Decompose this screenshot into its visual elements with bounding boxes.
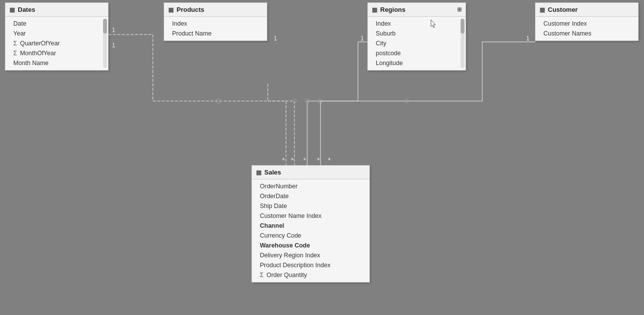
list-item: Month Name xyxy=(5,58,108,68)
svg-text:1: 1 xyxy=(112,42,115,49)
list-item: Customer Name Index xyxy=(252,211,369,221)
list-item: OrderNumber xyxy=(252,181,369,191)
svg-text:*: * xyxy=(282,156,285,164)
products-table-header: ▦ Products xyxy=(164,3,267,17)
sales-table: ▦ Sales OrderNumber OrderDate Ship Date … xyxy=(251,165,370,282)
dates-scrollbar[interactable] xyxy=(103,19,107,68)
dates-table: ▦ Dates Date Year QuarterOfYear MonthOfY… xyxy=(5,2,108,70)
list-item: MonthOfYear xyxy=(5,48,108,58)
svg-text:*: * xyxy=(328,156,331,164)
products-table-title: Products xyxy=(177,6,204,13)
list-item: Year xyxy=(5,29,108,38)
list-item: Customer Index xyxy=(536,19,638,29)
list-item: Suburb xyxy=(368,29,465,38)
sales-table-title: Sales xyxy=(264,169,281,176)
customer-table: ▦ Customer Customer Index Customer Names xyxy=(535,2,639,41)
regions-table-title: Regions xyxy=(380,6,405,13)
list-item: Order Quantity xyxy=(252,270,369,280)
list-item: Product Name xyxy=(164,29,267,38)
svg-point-19 xyxy=(305,99,309,103)
list-item: Index xyxy=(368,19,465,29)
regions-table: ▦ Regions ⊞ Index Suburb City postcode L… xyxy=(367,2,466,70)
dates-table-title: Dates xyxy=(18,6,35,13)
products-table-icon: ▦ xyxy=(168,6,174,13)
sales-table-header: ▦ Sales xyxy=(252,166,369,179)
svg-marker-7 xyxy=(215,99,222,104)
list-item: Ship Date xyxy=(252,201,369,211)
diagram-canvas: 1 1 * * 1 1 * 1 * * xyxy=(0,0,644,315)
list-item: QuarterOfYear xyxy=(5,38,108,48)
svg-point-27 xyxy=(405,99,409,103)
list-item: City xyxy=(368,38,465,48)
regions-scrollbar-thumb[interactable] xyxy=(461,19,465,34)
products-table-body: Index Product Name xyxy=(164,17,267,40)
sales-table-body: OrderNumber OrderDate Ship Date Customer… xyxy=(252,179,369,282)
list-item: postcode xyxy=(368,48,465,58)
dates-table-body: Date Year QuarterOfYear MonthOfYear Mont… xyxy=(5,17,108,70)
list-item: Longitude xyxy=(368,58,465,68)
regions-expand-icon[interactable]: ⊞ xyxy=(457,6,462,13)
list-item: Channel xyxy=(252,221,369,231)
customer-table-icon: ▦ xyxy=(539,6,545,13)
dates-table-header: ▦ Dates xyxy=(5,3,108,17)
list-item: Product Description Index xyxy=(252,260,369,270)
svg-point-20 xyxy=(319,99,322,103)
dates-table-icon: ▦ xyxy=(9,6,15,13)
regions-scrollbar[interactable] xyxy=(461,19,465,68)
list-item: Warehouse Code xyxy=(252,241,369,250)
svg-text:1: 1 xyxy=(526,35,530,42)
list-item: Currency Code xyxy=(252,231,369,241)
list-item: Index xyxy=(164,19,267,29)
regions-table-icon: ▦ xyxy=(372,6,377,13)
svg-text:*: * xyxy=(317,156,320,164)
customer-table-header: ▦ Customer xyxy=(536,3,638,17)
products-table: ▦ Products Index Product Name xyxy=(164,2,267,41)
customer-table-title: Customer xyxy=(548,6,578,13)
customer-table-body: Customer Index Customer Names xyxy=(536,17,638,40)
list-item: Date xyxy=(5,19,108,29)
list-item: Customer Names xyxy=(536,29,638,38)
regions-table-header: ▦ Regions ⊞ xyxy=(368,3,465,17)
regions-table-body: Index Suburb City postcode Longitude xyxy=(368,17,465,70)
list-item: Delivery Region Index xyxy=(252,250,369,260)
svg-point-11 xyxy=(292,99,296,103)
svg-text:1: 1 xyxy=(112,27,115,34)
svg-text:1: 1 xyxy=(360,35,364,42)
svg-text:1: 1 xyxy=(274,35,277,42)
sales-table-icon: ▦ xyxy=(256,169,261,176)
mouse-cursor xyxy=(430,19,436,28)
list-item: OrderDate xyxy=(252,191,369,201)
svg-text:*: * xyxy=(303,156,306,164)
dates-scrollbar-thumb[interactable] xyxy=(103,19,107,34)
svg-text:*: * xyxy=(291,156,294,164)
